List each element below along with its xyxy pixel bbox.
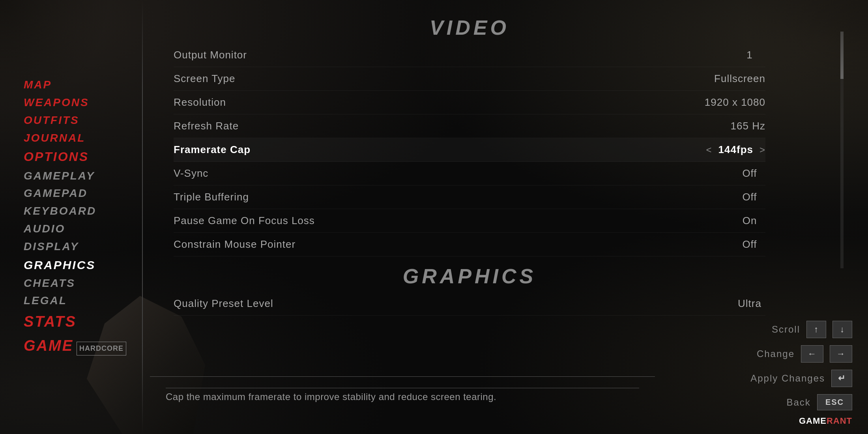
refresh-rate-label: Refresh Rate — [174, 120, 239, 132]
setting-row-output-monitor[interactable]: Output Monitor 1 — [174, 43, 765, 67]
constrain-mouse-value: Off — [734, 238, 765, 251]
constrain-mouse-label: Constrain Mouse Pointer — [174, 238, 296, 251]
apply-changes-button[interactable]: ↵ — [831, 370, 852, 387]
sidebar-item-cheats[interactable]: CHEATS — [24, 275, 75, 292]
sidebar-item-keyboard[interactable]: KEYBOARD — [24, 202, 96, 220]
change-control-row: Change ← → — [757, 345, 852, 363]
framerate-cap-value: 144fps — [718, 144, 753, 156]
setting-row-constrain-mouse[interactable]: Constrain Mouse Pointer Off — [174, 233, 765, 256]
sidebar-item-gameplay[interactable]: GAMEPLAY — [24, 167, 95, 185]
scroll-down-button[interactable]: ↓ — [832, 321, 852, 338]
scroll-label: Scroll — [772, 324, 800, 335]
sidebar-item-map[interactable]: MAP — [24, 76, 52, 94]
setting-row-resolution[interactable]: Resolution 1920 x 1080 — [174, 91, 765, 114]
main-content-area: VIDEO Output Monitor 1 Screen Type Fulls… — [150, 0, 789, 434]
sidebar-item-audio[interactable]: AUDIO — [24, 220, 65, 238]
output-monitor-value: 1 — [734, 49, 765, 61]
video-section-title: VIDEO — [174, 16, 765, 39]
controls-panel: Scroll ↑ ↓ Change ← → Apply Changes ↵ Ba… — [750, 321, 852, 410]
sidebar-item-gamepad[interactable]: GAMEPAD — [24, 185, 88, 202]
pause-game-label: Pause Game On Focus Loss — [174, 215, 315, 227]
sidebar-item-display[interactable]: DISPLAY — [24, 238, 79, 256]
framerate-cap-arrow-right[interactable]: > — [760, 144, 765, 155]
back-control-row: Back ESC — [787, 394, 852, 410]
setting-row-framerate-cap[interactable]: Framerate Cap < 144fps > — [174, 138, 765, 162]
scroll-control-row: Scroll ↑ ↓ — [772, 321, 852, 338]
framerate-cap-label: Framerate Cap — [174, 144, 251, 156]
description-text: Cap the maximum framerate to improve sta… — [166, 391, 639, 402]
hardcore-badge: Hardcore — [77, 342, 126, 355]
output-monitor-label: Output Monitor — [174, 49, 247, 61]
screen-type-label: Screen Type — [174, 73, 236, 85]
sidebar-nav: MAP WEAPONS OUTFITS JOURNAL OPTIONS GAME… — [0, 0, 142, 434]
back-label: Back — [787, 397, 811, 408]
setting-row-triple-buffering[interactable]: Triple Buffering Off — [174, 185, 765, 209]
sidebar-item-legal[interactable]: LEGAL — [24, 292, 67, 310]
vsync-label: V-Sync — [174, 167, 208, 180]
sidebar-item-outfits[interactable]: OUTFITS — [24, 112, 79, 129]
description-box: Cap the maximum framerate to improve sta… — [150, 376, 655, 410]
sidebar-item-options[interactable]: OPTIONS — [24, 147, 89, 167]
change-left-button[interactable]: ← — [801, 345, 823, 363]
gamerant-logo: GAMERANT — [799, 416, 852, 426]
triple-buffering-value: Off — [734, 191, 765, 203]
sidebar-item-stats[interactable]: STATS — [24, 310, 77, 334]
scrollbar-track[interactable] — [840, 32, 844, 268]
back-button[interactable]: ESC — [817, 394, 852, 410]
setting-row-screen-type[interactable]: Screen Type Fullscreen — [174, 67, 765, 91]
pause-game-value: On — [734, 215, 765, 227]
sidebar-item-weapons[interactable]: WEAPONS — [24, 94, 89, 112]
scrollbar-thumb[interactable] — [840, 32, 844, 79]
setting-row-pause-game[interactable]: Pause Game On Focus Loss On — [174, 209, 765, 233]
resolution-value: 1920 x 1080 — [705, 96, 765, 108]
change-label: Change — [757, 348, 795, 359]
sidebar-item-journal[interactable]: JOURNAL — [24, 129, 85, 147]
sidebar-item-game-row: GAME Hardcore — [24, 334, 126, 358]
scroll-up-button[interactable]: ↑ — [806, 321, 826, 338]
refresh-rate-value: 165 Hz — [731, 120, 765, 132]
sidebar-divider — [142, 0, 143, 434]
gamerant-game-text: GAME — [799, 416, 827, 426]
apply-label: Apply Changes — [750, 373, 825, 384]
vsync-value: Off — [734, 167, 765, 180]
graphics-settings-list: Quality Preset Level Ultra — [174, 292, 765, 316]
gamerant-rant-text: RANT — [827, 416, 852, 426]
sidebar-item-graphics[interactable]: GRAPHICS — [24, 256, 95, 275]
framerate-cap-arrow-left[interactable]: < — [706, 144, 712, 155]
graphics-section-title: GRAPHICS — [174, 264, 765, 288]
apply-control-row: Apply Changes ↵ — [750, 370, 852, 387]
setting-row-refresh-rate[interactable]: Refresh Rate 165 Hz — [174, 114, 765, 138]
triple-buffering-label: Triple Buffering — [174, 191, 249, 203]
resolution-label: Resolution — [174, 96, 226, 108]
quality-preset-label: Quality Preset Level — [174, 297, 273, 310]
screen-type-value: Fullscreen — [714, 73, 765, 85]
sidebar-item-game[interactable]: GAME — [24, 334, 73, 358]
quality-preset-value: Ultra — [734, 297, 765, 310]
change-right-button[interactable]: → — [830, 345, 852, 363]
description-divider — [166, 388, 639, 388]
setting-row-quality-preset[interactable]: Quality Preset Level Ultra — [174, 292, 765, 316]
video-settings-list: Output Monitor 1 Screen Type Fullscreen … — [174, 43, 765, 256]
setting-row-vsync[interactable]: V-Sync Off — [174, 162, 765, 185]
